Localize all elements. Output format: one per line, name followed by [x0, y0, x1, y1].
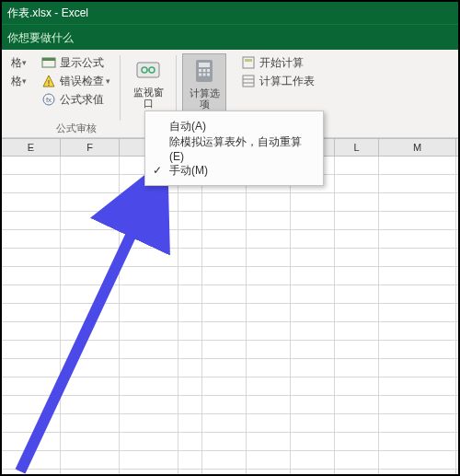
cell[interactable]: [291, 359, 335, 377]
cell[interactable]: [335, 157, 379, 174]
cell[interactable]: [178, 451, 202, 469]
cell[interactable]: [120, 322, 178, 340]
cell[interactable]: [291, 433, 335, 450]
cell[interactable]: [335, 414, 379, 432]
cell[interactable]: [2, 414, 61, 432]
cell[interactable]: [61, 396, 120, 413]
cell[interactable]: [247, 304, 291, 321]
cell[interactable]: [2, 267, 61, 284]
cell[interactable]: [291, 322, 335, 340]
cell[interactable]: [178, 267, 202, 284]
cell[interactable]: [2, 212, 61, 229]
cell[interactable]: [379, 341, 456, 358]
cell[interactable]: [61, 377, 120, 395]
cell[interactable]: [291, 470, 335, 476]
cell[interactable]: [202, 451, 247, 469]
cell[interactable]: [379, 175, 456, 192]
cell[interactable]: [178, 377, 202, 395]
cell[interactable]: [291, 267, 335, 284]
cell[interactable]: [178, 341, 202, 358]
tell-me-bar[interactable]: 你想要做什么: [2, 24, 458, 50]
calc-now-button[interactable]: 开始计算: [237, 53, 318, 72]
cell[interactable]: [61, 267, 120, 284]
show-formulas-button[interactable]: 显示公式: [38, 53, 114, 72]
cell[interactable]: [335, 396, 379, 413]
column-header[interactable]: F: [61, 139, 120, 156]
cell[interactable]: [178, 322, 202, 340]
cell[interactable]: [178, 470, 202, 476]
cell[interactable]: [120, 470, 178, 476]
cell[interactable]: [291, 396, 335, 413]
cell[interactable]: [291, 193, 335, 211]
cell[interactable]: [202, 377, 247, 395]
cell[interactable]: [61, 451, 120, 469]
cell[interactable]: [379, 377, 456, 395]
cell[interactable]: [379, 267, 456, 284]
cell[interactable]: [2, 304, 61, 321]
cell[interactable]: [335, 267, 379, 284]
cell[interactable]: [2, 433, 61, 450]
cell[interactable]: [178, 396, 202, 413]
cell[interactable]: [379, 433, 456, 450]
cell[interactable]: [61, 433, 120, 450]
cell[interactable]: [335, 212, 379, 229]
spreadsheet-grid[interactable]: [2, 157, 458, 474]
cell[interactable]: [202, 396, 247, 413]
cell[interactable]: [120, 193, 178, 211]
cell[interactable]: [61, 175, 120, 192]
cell[interactable]: [202, 322, 247, 340]
cell[interactable]: [61, 157, 120, 174]
cell[interactable]: [291, 377, 335, 395]
cell[interactable]: [202, 267, 247, 284]
cell[interactable]: [247, 193, 291, 211]
menu-item-auto-except-tables[interactable]: 除模拟运算表外，自动重算(E): [145, 137, 323, 159]
cell[interactable]: [335, 359, 379, 377]
calc-sheet-button[interactable]: 计算工作表: [237, 72, 318, 90]
cell[interactable]: [247, 230, 291, 248]
cell[interactable]: [61, 470, 120, 476]
cell[interactable]: [335, 377, 379, 395]
cell[interactable]: [291, 230, 335, 248]
cell[interactable]: [120, 377, 178, 395]
cell[interactable]: [2, 377, 61, 395]
cell[interactable]: [120, 285, 178, 303]
cell[interactable]: [61, 414, 120, 432]
cell[interactable]: [247, 249, 291, 266]
cell[interactable]: [61, 322, 120, 340]
cell[interactable]: [379, 157, 456, 174]
cell[interactable]: [202, 341, 247, 358]
cell[interactable]: [291, 451, 335, 469]
column-header[interactable]: L: [335, 139, 379, 156]
cell[interactable]: [379, 249, 456, 266]
cell[interactable]: [335, 230, 379, 248]
cell[interactable]: [2, 470, 61, 476]
cell[interactable]: [2, 359, 61, 377]
cell[interactable]: [379, 304, 456, 321]
cell[interactable]: [335, 433, 379, 450]
cell[interactable]: [178, 304, 202, 321]
cell[interactable]: [202, 470, 247, 476]
cell[interactable]: [120, 433, 178, 450]
cell[interactable]: [291, 414, 335, 432]
cell[interactable]: [247, 377, 291, 395]
watch-window-button[interactable]: 监视窗口: [126, 53, 170, 110]
cell[interactable]: [291, 285, 335, 303]
cell[interactable]: [2, 396, 61, 413]
cell[interactable]: [2, 451, 61, 469]
cell[interactable]: [178, 249, 202, 266]
cell[interactable]: [61, 212, 120, 229]
cell[interactable]: [335, 451, 379, 469]
cell[interactable]: [247, 341, 291, 358]
cell[interactable]: [202, 193, 247, 211]
cell[interactable]: [291, 304, 335, 321]
cell[interactable]: [291, 212, 335, 229]
cell[interactable]: [202, 414, 247, 432]
column-header[interactable]: M: [379, 139, 456, 156]
menu-item-manual[interactable]: 手动(M): [145, 159, 323, 181]
cell[interactable]: [178, 230, 202, 248]
cell[interactable]: [178, 359, 202, 377]
cell[interactable]: [202, 212, 247, 229]
cell[interactable]: [379, 414, 456, 432]
cell[interactable]: [202, 285, 247, 303]
cell[interactable]: [2, 193, 61, 211]
